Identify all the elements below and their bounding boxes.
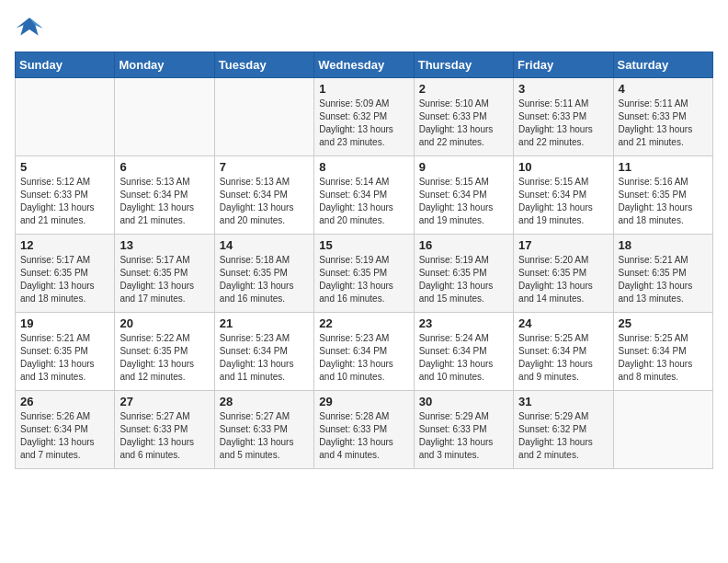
calendar-cell: 4Sunrise: 5:11 AMSunset: 6:33 PMDaylight… (613, 78, 712, 156)
calendar-cell: 3Sunrise: 5:11 AMSunset: 6:33 PMDaylight… (514, 78, 613, 156)
day-number: 8 (319, 160, 408, 174)
calendar-cell: 5Sunrise: 5:12 AMSunset: 6:33 PMDaylight… (16, 156, 115, 235)
weekday-header-thursday: Thursday (414, 52, 513, 78)
day-info: Sunrise: 5:10 AMSunset: 6:33 PMDaylight:… (419, 98, 508, 149)
day-number: 14 (220, 238, 309, 252)
day-number: 16 (419, 238, 508, 252)
calendar-cell: 11Sunrise: 5:16 AMSunset: 6:35 PMDayligh… (613, 156, 712, 235)
day-info: Sunrise: 5:12 AMSunset: 6:33 PMDaylight:… (20, 176, 109, 227)
svg-marker-0 (17, 17, 43, 35)
calendar-week-3: 12Sunrise: 5:17 AMSunset: 6:35 PMDayligh… (16, 235, 713, 313)
weekday-header-tuesday: Tuesday (214, 52, 313, 78)
day-info: Sunrise: 5:28 AMSunset: 6:33 PMDaylight:… (319, 410, 408, 462)
calendar-cell: 24Sunrise: 5:25 AMSunset: 6:34 PMDayligh… (514, 313, 613, 391)
weekday-header-friday: Friday (514, 52, 613, 78)
day-number: 25 (619, 316, 708, 330)
calendar-cell: 14Sunrise: 5:18 AMSunset: 6:35 PMDayligh… (214, 235, 313, 313)
day-info: Sunrise: 5:09 AMSunset: 6:32 PMDaylight:… (319, 98, 408, 149)
day-number: 12 (20, 238, 109, 252)
calendar-cell: 20Sunrise: 5:22 AMSunset: 6:35 PMDayligh… (115, 313, 214, 391)
calendar-cell: 9Sunrise: 5:15 AMSunset: 6:34 PMDaylight… (414, 156, 513, 235)
calendar-cell: 1Sunrise: 5:09 AMSunset: 6:32 PMDaylight… (314, 78, 414, 156)
day-info: Sunrise: 5:23 AMSunset: 6:34 PMDaylight:… (220, 332, 309, 384)
calendar-cell (115, 78, 214, 156)
day-info: Sunrise: 5:27 AMSunset: 6:33 PMDaylight:… (220, 410, 309, 462)
day-number: 17 (518, 238, 608, 252)
calendar-week-4: 19Sunrise: 5:21 AMSunset: 6:35 PMDayligh… (16, 313, 713, 391)
day-info: Sunrise: 5:29 AMSunset: 6:33 PMDaylight:… (419, 410, 508, 462)
day-number: 27 (119, 395, 209, 408)
day-number: 31 (518, 395, 608, 408)
day-info: Sunrise: 5:19 AMSunset: 6:35 PMDaylight:… (319, 254, 408, 305)
day-number: 3 (518, 82, 608, 96)
day-number: 18 (619, 238, 708, 252)
calendar-cell: 6Sunrise: 5:13 AMSunset: 6:34 PMDaylight… (115, 156, 214, 235)
page-header (15, 15, 713, 40)
day-number: 28 (220, 395, 309, 408)
weekday-header-wednesday: Wednesday (314, 52, 414, 78)
day-info: Sunrise: 5:23 AMSunset: 6:34 PMDaylight:… (319, 332, 408, 384)
day-info: Sunrise: 5:15 AMSunset: 6:34 PMDaylight:… (518, 176, 608, 227)
calendar-cell: 17Sunrise: 5:20 AMSunset: 6:35 PMDayligh… (514, 235, 613, 313)
calendar-cell: 28Sunrise: 5:27 AMSunset: 6:33 PMDayligh… (214, 391, 313, 469)
calendar-cell: 21Sunrise: 5:23 AMSunset: 6:34 PMDayligh… (214, 313, 313, 391)
day-info: Sunrise: 5:20 AMSunset: 6:35 PMDaylight:… (518, 254, 608, 305)
day-number: 15 (319, 238, 408, 252)
day-number: 6 (119, 160, 209, 174)
day-info: Sunrise: 5:29 AMSunset: 6:32 PMDaylight:… (518, 410, 608, 462)
calendar-table: SundayMondayTuesdayWednesdayThursdayFrid… (15, 52, 713, 469)
day-info: Sunrise: 5:21 AMSunset: 6:35 PMDaylight:… (20, 332, 109, 384)
day-info: Sunrise: 5:11 AMSunset: 6:33 PMDaylight:… (518, 98, 608, 149)
day-info: Sunrise: 5:17 AMSunset: 6:35 PMDaylight:… (20, 254, 109, 305)
day-info: Sunrise: 5:14 AMSunset: 6:34 PMDaylight:… (319, 176, 408, 227)
calendar-cell: 2Sunrise: 5:10 AMSunset: 6:33 PMDaylight… (414, 78, 513, 156)
calendar-cell: 10Sunrise: 5:15 AMSunset: 6:34 PMDayligh… (514, 156, 613, 235)
calendar-cell: 12Sunrise: 5:17 AMSunset: 6:35 PMDayligh… (16, 235, 115, 313)
calendar-cell: 13Sunrise: 5:17 AMSunset: 6:35 PMDayligh… (115, 235, 214, 313)
calendar-cell: 18Sunrise: 5:21 AMSunset: 6:35 PMDayligh… (613, 235, 712, 313)
day-number: 21 (220, 316, 309, 330)
calendar-cell: 31Sunrise: 5:29 AMSunset: 6:32 PMDayligh… (514, 391, 613, 469)
day-number: 10 (518, 160, 608, 174)
calendar-cell (16, 78, 115, 156)
day-info: Sunrise: 5:21 AMSunset: 6:35 PMDaylight:… (619, 254, 708, 305)
calendar-cell: 7Sunrise: 5:13 AMSunset: 6:34 PMDaylight… (214, 156, 313, 235)
weekday-header-saturday: Saturday (613, 52, 712, 78)
calendar-week-5: 26Sunrise: 5:26 AMSunset: 6:34 PMDayligh… (16, 391, 713, 469)
day-info: Sunrise: 5:25 AMSunset: 6:34 PMDaylight:… (518, 332, 608, 384)
day-number: 9 (419, 160, 508, 174)
calendar-cell: 29Sunrise: 5:28 AMSunset: 6:33 PMDayligh… (314, 391, 414, 469)
calendar-cell (613, 391, 712, 469)
day-number: 13 (119, 238, 209, 252)
weekday-header-row: SundayMondayTuesdayWednesdayThursdayFrid… (16, 52, 713, 78)
calendar-cell: 23Sunrise: 5:24 AMSunset: 6:34 PMDayligh… (414, 313, 513, 391)
day-info: Sunrise: 5:25 AMSunset: 6:34 PMDaylight:… (619, 332, 708, 384)
day-info: Sunrise: 5:17 AMSunset: 6:35 PMDaylight:… (119, 254, 209, 305)
day-info: Sunrise: 5:19 AMSunset: 6:35 PMDaylight:… (419, 254, 508, 305)
day-number: 26 (20, 395, 109, 408)
day-info: Sunrise: 5:24 AMSunset: 6:34 PMDaylight:… (419, 332, 508, 384)
day-info: Sunrise: 5:27 AMSunset: 6:33 PMDaylight:… (119, 410, 209, 462)
calendar-cell: 8Sunrise: 5:14 AMSunset: 6:34 PMDaylight… (314, 156, 414, 235)
day-number: 4 (619, 82, 708, 96)
day-info: Sunrise: 5:16 AMSunset: 6:35 PMDaylight:… (619, 176, 708, 227)
weekday-header-sunday: Sunday (16, 52, 115, 78)
day-info: Sunrise: 5:13 AMSunset: 6:34 PMDaylight:… (119, 176, 209, 227)
calendar-week-2: 5Sunrise: 5:12 AMSunset: 6:33 PMDaylight… (16, 156, 713, 235)
day-number: 2 (419, 82, 508, 96)
day-number: 1 (319, 82, 408, 96)
calendar-cell: 16Sunrise: 5:19 AMSunset: 6:35 PMDayligh… (414, 235, 513, 313)
calendar-week-1: 1Sunrise: 5:09 AMSunset: 6:32 PMDaylight… (16, 78, 713, 156)
day-number: 22 (319, 316, 408, 330)
day-number: 11 (619, 160, 708, 174)
day-info: Sunrise: 5:26 AMSunset: 6:34 PMDaylight:… (20, 410, 109, 462)
calendar-cell: 27Sunrise: 5:27 AMSunset: 6:33 PMDayligh… (115, 391, 214, 469)
day-info: Sunrise: 5:15 AMSunset: 6:34 PMDaylight:… (419, 176, 508, 227)
day-number: 20 (119, 316, 209, 330)
calendar-cell (214, 78, 313, 156)
calendar-cell: 30Sunrise: 5:29 AMSunset: 6:33 PMDayligh… (414, 391, 513, 469)
calendar-cell: 25Sunrise: 5:25 AMSunset: 6:34 PMDayligh… (613, 313, 712, 391)
day-number: 23 (419, 316, 508, 330)
calendar-cell: 26Sunrise: 5:26 AMSunset: 6:34 PMDayligh… (16, 391, 115, 469)
day-number: 7 (220, 160, 309, 174)
